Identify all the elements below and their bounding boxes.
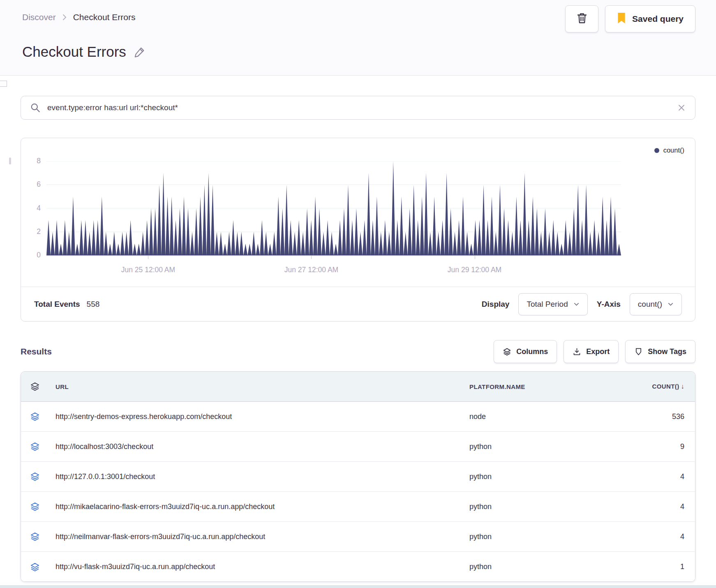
table-row[interactable]: http://sentry-demos-express.herokuapp.co… [21, 402, 695, 432]
yaxis-value: count() [638, 300, 662, 309]
table-header-row: URL PLATFORM.NAME COUNT()↓ [21, 372, 695, 402]
table-row[interactable]: http://127.0.0.1:3001/checkoutpython4 [21, 462, 695, 492]
cell-url[interactable]: http://neilmanvar-flask-errors-m3uuizd7i… [55, 532, 458, 541]
cell-count: 9 [617, 442, 689, 451]
cell-url[interactable]: http://127.0.0.1:3001/checkout [55, 472, 458, 481]
layers-icon[interactable] [30, 442, 55, 451]
results-header: Results Columns Export [21, 340, 695, 363]
columns-label: Columns [516, 347, 548, 356]
y-tick-label: 8 [21, 157, 41, 165]
cell-url[interactable]: http://mikaelacarino-flask-errors-m3uuiz… [55, 502, 458, 511]
download-icon [573, 347, 581, 356]
display-value: Total Period [527, 300, 568, 309]
cell-url[interactable]: http://vu-flask-m3uuizd7iq-uc.a.run.app/… [55, 563, 458, 571]
results-heading: Results [21, 347, 52, 357]
cell-url[interactable]: http://sentry-demos-express.herokuapp.co… [55, 412, 458, 421]
cell-count: 4 [617, 532, 689, 541]
chevron-down-icon [573, 301, 580, 307]
cell-platform: python [458, 502, 617, 511]
table-row[interactable]: http://mikaelacarino-flask-errors-m3uuiz… [21, 492, 695, 522]
bookmark-icon [617, 12, 626, 26]
chart-legend[interactable]: count() [654, 146, 684, 154]
display-label: Display [482, 300, 510, 309]
table-row[interactable]: http://vu-flask-m3uuizd7iq-uc.a.run.app/… [21, 552, 695, 582]
yaxis-select[interactable]: count() [630, 293, 682, 315]
cell-platform: python [458, 563, 617, 571]
cell-count: 536 [617, 412, 689, 421]
layers-icon[interactable] [30, 532, 55, 542]
columns-button[interactable]: Columns [494, 340, 557, 363]
delete-query-button[interactable] [565, 5, 598, 32]
cell-url[interactable]: http://localhost:3003/checkout [55, 442, 458, 451]
trash-icon [576, 12, 588, 26]
x-tick-mark [148, 256, 148, 259]
x-axis: Jun 25 12:00 AMJun 27 12:00 AMJun 29 12:… [46, 255, 621, 280]
window-bottom-strip [0, 585, 716, 588]
top-actions: Saved query [565, 5, 695, 32]
cell-platform: python [458, 532, 617, 541]
topbar: Discover Checkout Errors Saved query [0, 0, 716, 76]
x-tick-label: Jun 27 12:00 AM [284, 266, 338, 274]
search-query-input[interactable]: event.type:error has:url url:*checkout* [47, 103, 670, 112]
layers-icon[interactable] [30, 382, 55, 391]
y-tick-label: 0 [21, 251, 41, 259]
chevron-down-icon [667, 301, 674, 307]
column-header-count[interactable]: COUNT()↓ [617, 383, 689, 390]
y-tick-label: 6 [21, 180, 41, 189]
total-events-label: Total Events [34, 300, 80, 309]
breadcrumb-current: Checkout Errors [73, 12, 136, 22]
x-tick-mark [311, 256, 312, 259]
export-label: Export [586, 347, 610, 356]
table-body: http://sentry-demos-express.herokuapp.co… [21, 402, 695, 582]
chart-zone: 02468 [21, 161, 679, 255]
results-table: URL PLATFORM.NAME COUNT()↓ http://sentry… [21, 371, 695, 582]
yaxis-label: Y-Axis [597, 300, 621, 309]
export-button[interactable]: Export [564, 340, 619, 363]
cell-count: 4 [617, 472, 689, 481]
scroll-handle[interactable] [9, 157, 11, 164]
chevron-right-icon [62, 13, 67, 21]
x-tick-label: Jun 25 12:00 AM [121, 266, 175, 274]
arrow-down-icon: ↓ [681, 383, 684, 390]
discover-page: Discover Checkout Errors Saved query [0, 0, 716, 588]
cell-count: 4 [617, 502, 689, 511]
results-tools: Columns Export Show Tags [494, 340, 695, 363]
layers-icon[interactable] [30, 562, 55, 572]
y-tick-label: 4 [21, 204, 41, 213]
total-events-value: 558 [87, 300, 100, 309]
legend-label: count() [663, 146, 684, 154]
saved-query-button[interactable]: Saved query [605, 5, 695, 32]
saved-query-label: Saved query [632, 14, 684, 24]
cell-platform: node [458, 412, 617, 421]
pencil-icon[interactable] [134, 45, 146, 59]
x-tick-label: Jun 29 12:00 AM [448, 266, 501, 274]
tag-icon [634, 347, 643, 356]
legend-dot-icon [654, 148, 659, 153]
search-icon [30, 102, 41, 113]
layers-icon [503, 347, 511, 356]
column-header-url[interactable]: URL [55, 383, 458, 390]
search-bar[interactable]: event.type:error has:url url:*checkout* [21, 96, 695, 120]
cell-platform: python [458, 442, 617, 451]
cell-platform: python [458, 472, 617, 481]
show-tags-button[interactable]: Show Tags [625, 340, 695, 363]
display-select[interactable]: Total Period [518, 293, 587, 315]
table-row[interactable]: http://neilmanvar-flask-errors-m3uuizd7i… [21, 522, 695, 552]
events-area-chart[interactable] [46, 161, 621, 255]
show-tags-label: Show Tags [648, 347, 686, 356]
breadcrumb: Discover Checkout Errors [22, 12, 135, 22]
chart-panel: count() 02468 Jun 25 12:00 AMJun 27 12:0… [21, 138, 695, 322]
x-tick-mark [475, 256, 475, 259]
layers-icon[interactable] [30, 412, 55, 421]
close-icon[interactable] [677, 103, 686, 112]
page-title-text: Checkout Errors [22, 44, 126, 60]
breadcrumb-discover[interactable]: Discover [22, 12, 56, 22]
chart-footer: Total Events 558 Display Total Period Y-… [21, 287, 695, 321]
table-row[interactable]: http://localhost:3003/checkoutpython9 [21, 432, 695, 462]
layers-icon[interactable] [30, 472, 55, 482]
window-edge-tab [0, 81, 7, 87]
cell-count: 1 [617, 563, 689, 571]
column-header-platform[interactable]: PLATFORM.NAME [458, 383, 617, 390]
layers-icon[interactable] [30, 502, 55, 512]
page-title: Checkout Errors [22, 44, 146, 60]
